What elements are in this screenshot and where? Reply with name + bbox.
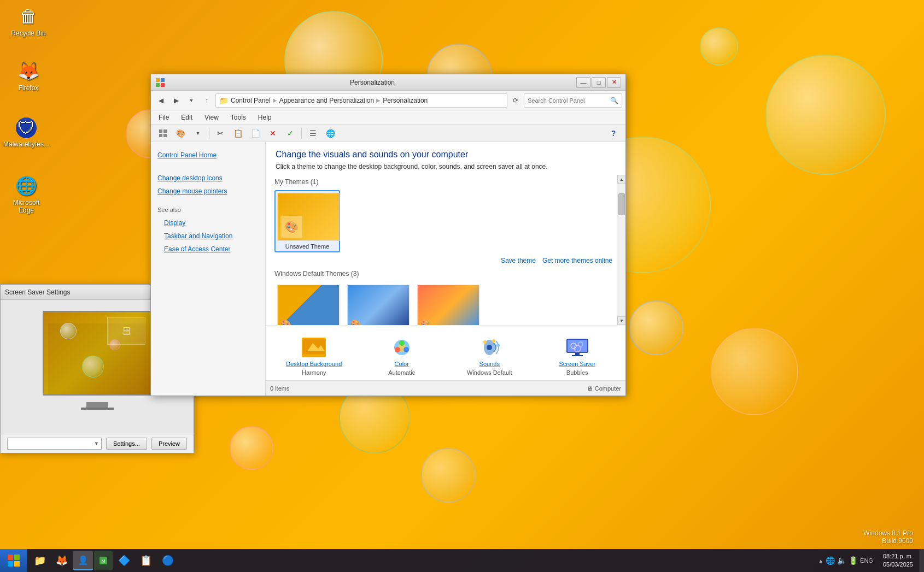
toolbar-view-btn[interactable] <box>155 126 171 140</box>
recent-button[interactable]: ▼ <box>185 94 198 107</box>
recycle-bin-icon: 🗑 <box>17 5 39 27</box>
toolbar: 🎨 ▼ ✂ 📋 📄 ✕ ✓ ☰ 🌐 ? <box>151 125 625 142</box>
taskbar-green[interactable]: M <box>94 551 113 570</box>
taskbar-app1[interactable]: 📋 <box>136 551 156 570</box>
computer-btn[interactable]: 🖥 Computer <box>587 385 621 392</box>
toolbar-sep-1 <box>209 128 209 139</box>
scroll-thumb[interactable] <box>618 193 625 215</box>
themes-container[interactable]: My Themes (1) 🎨 Unsaved Theme <box>266 175 625 325</box>
menu-help[interactable]: Help <box>253 112 277 123</box>
desktop-icon-edge[interactable]: 🌐 Microsoft Edge <box>4 175 48 214</box>
get-more-themes-link[interactable]: Get more themes online <box>542 257 612 264</box>
sidebar-change-desktop-icons[interactable]: Change desktop icons <box>151 172 265 185</box>
computer-label: Computer <box>595 385 621 392</box>
taskbar-app2[interactable]: 🔵 <box>157 551 178 570</box>
toolbar-help-btn[interactable]: ? <box>606 126 621 140</box>
sidebar-change-mouse-pointers[interactable]: Change mouse pointers <box>151 185 265 198</box>
sounds-item[interactable]: Sounds Windows Default <box>446 332 534 380</box>
color-sublabel: Automatic <box>388 369 415 376</box>
address-path[interactable]: 📁 Control Panel ▶ Appearance and Persona… <box>215 93 507 108</box>
taskbar-clock[interactable]: 08:21 p. m. 05/03/2025 <box>876 552 920 569</box>
menu-view[interactable]: View <box>199 112 224 123</box>
theme-preview-icon: 🎨 <box>280 216 302 238</box>
scroll-up-arrow[interactable]: ▲ <box>617 175 625 184</box>
toolbar-cut-btn[interactable]: ✂ <box>213 126 228 140</box>
taskbar-file-explorer[interactable]: 📁 <box>30 551 50 570</box>
toolbar-paint-btn[interactable]: 🎨 <box>173 126 188 140</box>
theme-windows-3[interactable]: 🎨 Characters <box>414 282 480 325</box>
theme-windows-1[interactable]: 🎨 Windows <box>274 282 340 325</box>
desktop-icon-malwarebytes[interactable]: 🛡 Malwarebytes... <box>4 117 48 148</box>
minimize-button[interactable]: — <box>576 77 590 88</box>
settings-button[interactable]: Settings... <box>106 438 147 450</box>
toolbar-paste-btn[interactable]: 📄 <box>248 126 263 140</box>
toolbar-properties-btn[interactable]: ☰ <box>305 126 320 140</box>
window-controls: — □ ✕ <box>576 77 621 88</box>
sidebar-control-panel-home[interactable]: Control Panel Home <box>151 149 265 162</box>
breadcrumb-ap: Appearance and Personalization <box>279 97 374 104</box>
search-input[interactable] <box>528 97 608 104</box>
preview-button[interactable]: Preview <box>151 438 187 450</box>
screen-saver-item[interactable]: Screen Saver Bubbles <box>534 332 622 380</box>
svg-rect-28 <box>572 355 583 356</box>
svg-rect-30 <box>14 555 20 560</box>
toolbar-dropdown-btn[interactable]: ▼ <box>190 126 206 140</box>
sep-1: ▶ <box>273 97 277 103</box>
desktop-icon-recycle-bin[interactable]: 🗑 Recycle Bin <box>7 5 50 37</box>
menu-file[interactable]: File <box>153 112 174 123</box>
computer-icon: 🖥 <box>587 385 593 392</box>
tray-up-arrow-icon[interactable]: ▲ <box>818 558 823 564</box>
toolbar-check-btn[interactable]: ✓ <box>283 126 298 140</box>
desktop-background-item[interactable]: Desktop Background Harmony <box>270 332 358 380</box>
clock-date: 05/03/2025 <box>883 561 913 569</box>
scroll-down-arrow[interactable]: ▼ <box>617 316 625 325</box>
taskbar-firefox[interactable]: 🦊 <box>51 551 72 570</box>
taskbar-log[interactable]: 👤 <box>73 551 93 570</box>
desktop-icon-firefox[interactable]: 🦊 Firefox <box>7 60 50 92</box>
menu-edit[interactable]: Edit <box>176 112 198 123</box>
screensaver-preview: 🖥 <box>43 311 152 396</box>
start-button[interactable] <box>0 549 27 572</box>
theme-unsaved[interactable]: 🎨 Unsaved Theme <box>274 190 340 252</box>
theme-win1-bg: 🎨 <box>278 285 339 325</box>
maximize-button[interactable]: □ <box>592 77 606 88</box>
tray-keyboard-icon: ENG <box>860 557 873 564</box>
window-titlebar: Personalization — □ ✕ <box>151 74 625 91</box>
clock-time: 08:21 p. m. <box>883 552 913 561</box>
toolbar-copy-btn[interactable]: 📋 <box>230 126 245 140</box>
monitor-base <box>81 408 114 410</box>
recycle-bin-label: Recycle Bin <box>11 30 45 37</box>
see-also-title: See also <box>157 207 259 213</box>
toolbar-delete-btn[interactable]: ✕ <box>265 126 280 140</box>
bubble-9 <box>711 328 798 415</box>
desktop-background-label: Desktop Background <box>286 361 342 367</box>
forward-button[interactable]: ▶ <box>169 94 183 107</box>
close-button[interactable]: ✕ <box>607 77 621 88</box>
sidebar-taskbar[interactable]: Taskbar and Navigation <box>157 229 259 243</box>
sidebar-see-also: See also Display Taskbar and Navigation … <box>151 207 265 256</box>
theme-win2-icon: 🎨 <box>350 319 361 325</box>
taskbar-ie[interactable]: 🔷 <box>114 551 134 570</box>
toolbar-globe-btn[interactable]: 🌐 <box>323 126 338 140</box>
screensaver-dropdown[interactable]: ▼ <box>7 438 102 450</box>
svg-text:M: M <box>101 558 106 564</box>
bubble-7 <box>629 300 683 355</box>
windows-watermark: Windows 8.1 Pro Build 9600 <box>863 529 913 545</box>
sidebar-ease-of-access[interactable]: Ease of Access Center <box>157 243 259 256</box>
svg-rect-31 <box>8 561 13 567</box>
search-box[interactable]: 🔍 <box>524 93 622 108</box>
sidebar-display[interactable]: Display <box>157 216 259 229</box>
bubble-13 <box>700 27 738 66</box>
menu-tools[interactable]: Tools <box>225 112 252 123</box>
themes-actions: Save theme Get more themes online <box>270 255 621 267</box>
back-button[interactable]: ◀ <box>154 94 167 107</box>
color-item[interactable]: Color Automatic <box>358 332 446 380</box>
show-desktop-button[interactable] <box>920 549 924 572</box>
theme-windows-2[interactable]: 🎨 Architecture <box>344 282 410 325</box>
up-button[interactable]: ↑ <box>200 94 213 107</box>
refresh-button[interactable]: ⟳ <box>510 95 522 107</box>
breadcrumb-p: Personalization <box>383 97 428 104</box>
svg-point-19 <box>483 340 487 344</box>
save-theme-link[interactable]: Save theme <box>501 257 536 264</box>
folder-icon: 📁 <box>219 96 229 105</box>
